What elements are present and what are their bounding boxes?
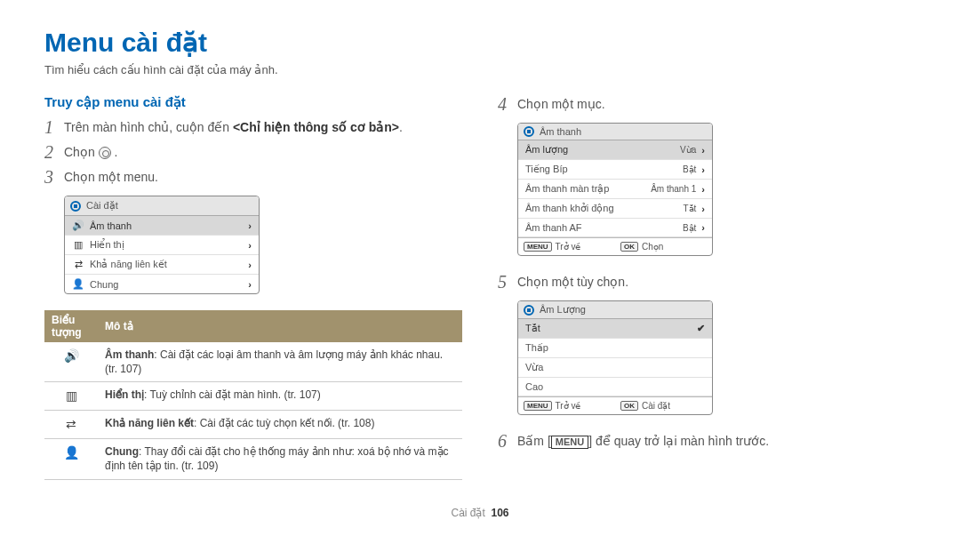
- menu-header-label: Cài đặt: [86, 200, 118, 212]
- footer-label: Cài đặt: [451, 507, 484, 519]
- gear-icon: [524, 126, 534, 137]
- footer-select-label: Chọn: [642, 242, 663, 252]
- row-text: : Cài đặt các loại âm thanh và âm lượng …: [105, 348, 443, 375]
- step-number: 2: [44, 142, 64, 162]
- menu-key-label: MENU: [551, 436, 588, 449]
- chevron-right-icon: ›: [701, 222, 705, 233]
- step-1: 1 Trên màn hình chủ, cuộn đến <Chỉ hiện …: [44, 117, 462, 137]
- menu-row-shutter[interactable]: Âm thanh màn trập Âm thanh 1 ›: [518, 180, 712, 199]
- step-text: ] để quay trở lại màn hình trước.: [588, 434, 769, 448]
- step-2: 2 Chọn .: [44, 142, 462, 162]
- display-icon: ▥: [72, 239, 84, 251]
- menu-row-display[interactable]: ▥ Hiển thị ›: [65, 236, 259, 255]
- general-icon: 👤: [44, 439, 98, 479]
- menu-row-value: Tắt: [683, 204, 696, 213]
- menu-row-label: Âm thanh: [90, 220, 248, 231]
- menu-row-beep[interactable]: Tiếng Bíp Bật ›: [518, 160, 712, 180]
- general-icon: 👤: [72, 278, 84, 290]
- menu-row-medium[interactable]: Vừa: [518, 358, 712, 378]
- chevron-right-icon: ›: [248, 220, 252, 231]
- chevron-right-icon: ›: [701, 204, 705, 214]
- table-header-desc: Mô tả: [98, 310, 462, 342]
- check-icon: ✔: [697, 323, 705, 334]
- menu-row-label: Âm lượng: [525, 144, 680, 156]
- menu-row-off[interactable]: Tắt ✔: [518, 319, 712, 339]
- menu-row-connectivity[interactable]: ⇄ Khả năng liên kết ›: [65, 255, 259, 275]
- chevron-right-icon: ›: [701, 164, 705, 175]
- display-icon: ▥: [44, 382, 98, 411]
- row-text: : Tuỳ chỉnh cài đặt màn hình. (tr. 107): [144, 388, 321, 401]
- menu-header: Âm thanh: [518, 124, 712, 140]
- menu-row-af[interactable]: Âm thanh AF Bật ›: [518, 219, 712, 237]
- menu-footer: MENUTrở về OKCài đặt: [518, 396, 712, 414]
- menu-footer: MENUTrở về OKChọn: [518, 237, 712, 255]
- sound-icon: 🔊: [44, 342, 98, 382]
- step-text: Bấm [: [517, 434, 551, 448]
- chevron-right-icon: ›: [701, 145, 705, 156]
- menu-row-general[interactable]: 👤 Chung ›: [65, 275, 259, 293]
- footer-back-label: Trở về: [556, 401, 581, 411]
- footer-set-label: Cài đặt: [642, 401, 670, 411]
- connectivity-icon: ⇄: [44, 411, 98, 439]
- menu-header: Cài đặt: [65, 196, 259, 216]
- row-bold: Âm thanh: [105, 348, 154, 361]
- menu-row-volume[interactable]: Âm lượng Vừa ›: [518, 140, 712, 160]
- step-number: 4: [498, 94, 517, 114]
- gear-icon: [70, 201, 81, 212]
- row-text: : Thay đổi cài đặt cho hệ thống máy ảnh …: [105, 445, 449, 472]
- row-bold: Hiển thị: [105, 388, 144, 401]
- step-3: 3 Chọn một menu.: [44, 167, 462, 187]
- menu-row-label: Vừa: [525, 362, 705, 373]
- menu-row-high[interactable]: Cao: [518, 378, 712, 396]
- menu-row-startup[interactable]: Âm thanh khởi động Tắt ›: [518, 199, 712, 219]
- table-header-icon: Biểu tượng: [44, 310, 98, 342]
- step-text: Chọn: [64, 145, 99, 159]
- menu-row-label: Cao: [525, 381, 705, 392]
- table-row: ▥ Hiển thị: Tuỳ chỉnh cài đặt màn hình. …: [44, 382, 462, 411]
- description-table: Biểu tượng Mô tả 🔊 Âm thanh: Cài đặt các…: [44, 310, 462, 480]
- row-text: : Cài đặt các tuỳ chọn kết nối. (tr. 108…: [194, 417, 374, 429]
- row-bold: Khả năng liên kết: [105, 417, 194, 429]
- menu-row-value: Âm thanh 1: [651, 184, 696, 194]
- menu-key-icon: MENU: [524, 242, 552, 252]
- menu-row-label: Khả năng liên kết: [90, 259, 248, 270]
- step-text: Trên màn hình chủ, cuộn đến: [64, 120, 233, 134]
- step-text: Chọn một menu.: [64, 167, 158, 187]
- step-number: 5: [498, 272, 517, 292]
- menu-row-label: Âm thanh khởi động: [525, 203, 683, 214]
- gear-icon: [524, 305, 534, 316]
- page-title: Menu cài đặt: [44, 27, 916, 58]
- sound-icon: 🔊: [72, 220, 84, 231]
- footer-back-label: Trở về: [556, 242, 581, 252]
- chevron-right-icon: ›: [248, 260, 252, 270]
- sound-menu-panel: Âm thanh Âm lượng Vừa › Tiếng Bíp Bật › …: [517, 123, 713, 256]
- ok-key-icon: OK: [620, 401, 638, 411]
- menu-key-icon: MENU: [524, 401, 552, 411]
- menu-row-sound[interactable]: 🔊 Âm thanh ›: [65, 216, 259, 236]
- menu-row-label: Hiển thị: [90, 239, 248, 251]
- step-number: 3: [44, 167, 64, 187]
- menu-row-label: Âm thanh màn trập: [525, 183, 651, 195]
- step-4: 4 Chọn một mục.: [498, 94, 916, 114]
- step-text: Chọn một tùy chọn.: [517, 272, 628, 292]
- section-title: Truy cập menu cài đặt: [44, 94, 462, 110]
- chevron-right-icon: ›: [248, 240, 252, 251]
- step-number: 1: [44, 117, 64, 137]
- settings-icon: [99, 147, 111, 159]
- menu-row-label: Tiếng Bíp: [525, 164, 683, 175]
- menu-row-label: Tắt: [525, 323, 697, 334]
- page-subtitle: Tìm hiểu cách cấu hình cài đặt của máy ả…: [44, 63, 916, 76]
- step-number: 6: [498, 431, 517, 451]
- menu-row-value: Bật: [683, 223, 696, 233]
- step-6: 6 Bấm [MENU] để quay trở lại màn hình tr…: [498, 431, 916, 451]
- step-bold: <Chỉ hiện thông số cơ bản>: [233, 120, 399, 134]
- settings-menu-panel: Cài đặt 🔊 Âm thanh › ▥ Hiển thị › ⇄ Khả …: [64, 196, 260, 294]
- menu-header: Âm Lượng: [518, 301, 712, 319]
- footer-page-number: 106: [492, 507, 509, 519]
- menu-row-value: Bật: [683, 164, 696, 174]
- table-row: 🔊 Âm thanh: Cài đặt các loại âm thanh và…: [44, 342, 462, 382]
- step-5: 5 Chọn một tùy chọn.: [498, 272, 916, 292]
- menu-row-low[interactable]: Thấp: [518, 339, 712, 358]
- step-text: Chọn một mục.: [517, 94, 605, 114]
- menu-header-label: Âm thanh: [540, 126, 581, 137]
